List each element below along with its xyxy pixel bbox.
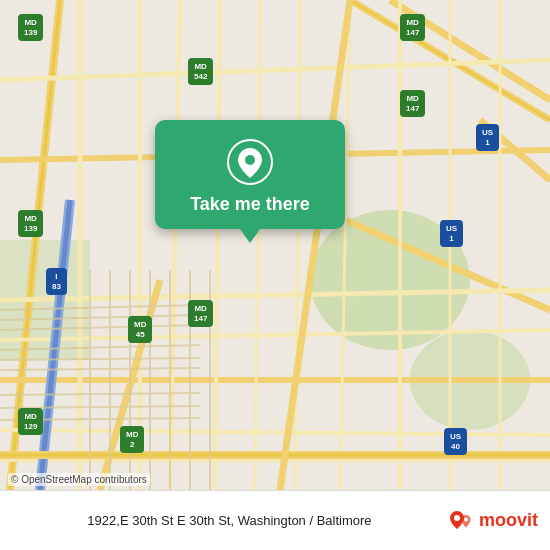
svg-point-53	[464, 517, 468, 521]
address-text: 1922,E 30th St E 30th St, Washington / B…	[20, 513, 439, 528]
badge-md542: MD542	[188, 58, 213, 85]
badge-us1-top: US1	[476, 124, 499, 151]
moovit-pin-icon	[447, 507, 475, 535]
map-roads	[0, 0, 550, 490]
badge-md45: MD45	[128, 316, 152, 343]
badge-md147-mid: MD147	[400, 90, 425, 117]
svg-point-52	[454, 515, 460, 521]
moovit-logo: moovit	[447, 507, 538, 535]
badge-md139-mid: MD139	[18, 210, 43, 237]
location-pin-icon	[226, 138, 274, 186]
moovit-text: moovit	[479, 510, 538, 531]
badge-i83: I83	[46, 268, 67, 295]
bottom-bar: 1922,E 30th St E 30th St, Washington / B…	[0, 490, 550, 550]
map-container: MD139 MD147 MD147 MD542 MD147 US1 US1 MD…	[0, 0, 550, 490]
badge-us40: US40	[444, 428, 467, 455]
location-popup[interactable]: Take me there	[155, 120, 345, 229]
map-attribution: © OpenStreetMap contributors	[8, 473, 150, 486]
badge-us1-mid: US1	[440, 220, 463, 247]
badge-md129: MD129	[18, 408, 43, 435]
badge-md147-top: MD147	[400, 14, 425, 41]
badge-md139-top: MD139	[18, 14, 43, 41]
take-me-there-label[interactable]: Take me there	[190, 194, 310, 215]
badge-md2: MD2	[120, 426, 144, 453]
svg-point-51	[245, 155, 255, 165]
badge-md147-lower: MD147	[188, 300, 213, 327]
